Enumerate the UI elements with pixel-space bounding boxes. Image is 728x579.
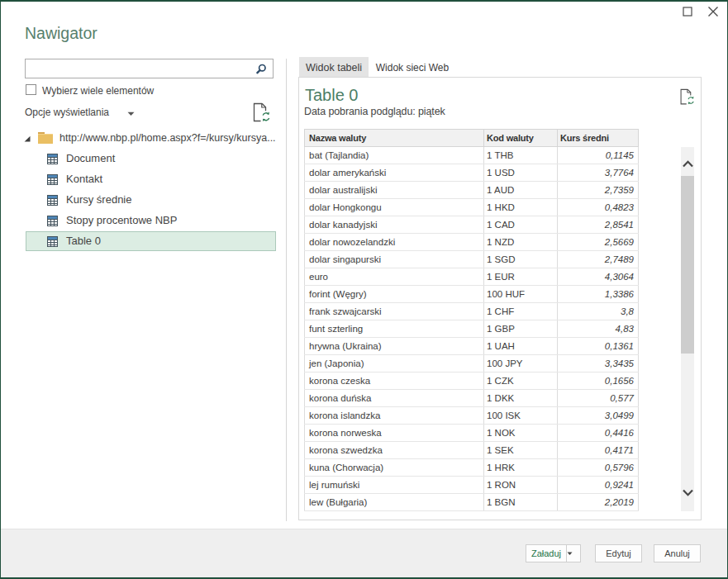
cell-code: 1 GBP (484, 320, 558, 338)
table-row: dolar australijski 1 AUD 2,7359 (305, 182, 639, 199)
load-dropdown-button[interactable] (566, 544, 581, 562)
cell-name: korona norweska (305, 425, 484, 442)
chevron-down-icon (127, 112, 135, 116)
cell-name: bat (Tajlandia) (305, 147, 484, 164)
tree-root-row[interactable]: http://www.nbp.pl/home.aspx?f=/kursy/kur… (0, 128, 286, 149)
cell-code: 1 THB (484, 147, 558, 164)
search-input[interactable] (27, 60, 250, 77)
display-options-dropdown[interactable]: Opcje wyświetlania (25, 107, 140, 119)
table-row: lej rumuński 1 RON 0,9241 (305, 477, 639, 494)
table-row: hrywna (Ukraina) 1 UAH 0,1361 (305, 338, 639, 355)
tree-item-label: Document (66, 149, 115, 168)
table-row: jen (Japonia) 100 JPY 3,3435 (305, 355, 639, 373)
cell-name: euro (305, 268, 484, 286)
cell-name: forint (Węgry) (305, 286, 484, 303)
scroll-down-icon[interactable] (683, 489, 693, 496)
refresh-preview-icon[interactable] (252, 102, 272, 123)
cell-code: 1 SGD (484, 251, 558, 268)
tree-item-selection (26, 149, 276, 168)
table-row: kuna (Chorwacja) 1 HRK 0,5796 (305, 459, 639, 477)
close-icon (707, 6, 719, 17)
tree-expander-icon[interactable] (24, 135, 31, 142)
cell-code: 1 CHF (484, 303, 558, 320)
tree-item[interactable]: Kontakt (0, 169, 286, 190)
cell-name: dolar kanadyjski (305, 216, 484, 234)
cell-name: dolar nowozelandzki (305, 234, 484, 251)
cell-rate: 3,8 (558, 303, 639, 320)
cell-code: 100 JPY (484, 355, 558, 373)
select-many-checkbox[interactable] (26, 84, 36, 95)
cell-rate: 0,1145 (558, 147, 639, 164)
edit-button[interactable]: Edytuj (595, 544, 642, 562)
cell-rate: 4,83 (558, 320, 639, 338)
cell-code: 1 AUD (484, 182, 558, 199)
cell-rate: 3,0499 (558, 407, 639, 425)
cell-name: dolar singapurski (305, 251, 484, 268)
scrollbar-thumb[interactable] (681, 176, 694, 354)
table-icon (47, 195, 58, 206)
cell-name: dolar australijski (305, 182, 484, 199)
cell-rate: 0,9241 (558, 477, 639, 494)
display-options-label: Opcje wyświetlania (25, 107, 109, 118)
cell-code: 1 HKD (484, 199, 558, 216)
chevron-down-icon (567, 552, 573, 556)
tree-item-label: Kursy średnie (66, 190, 131, 210)
tree-item-selection (26, 190, 276, 210)
cell-rate: 0,4823 (558, 199, 639, 216)
table-row: lew (Bułgaria) 1 BGN 2,2019 (305, 494, 639, 511)
select-many-row[interactable]: Wybierz wiele elementów (26, 84, 191, 97)
table-row: bat (Tajlandia) 1 THB 0,1145 (305, 147, 639, 164)
table-row: funt szterling 1 GBP 4,83 (305, 320, 639, 338)
tree-item[interactable]: Kursy średnie (0, 190, 286, 211)
cell-code: 1 UAH (484, 338, 558, 355)
col-header-name: Nazwa waluty (305, 130, 484, 147)
table-row: korona szwedzka 1 SEK 0,4171 (305, 442, 639, 459)
tree-item[interactable]: Document (0, 149, 286, 169)
cell-name: dolar Hongkongu (305, 199, 484, 216)
cell-code: 1 NOK (484, 425, 558, 442)
cell-rate: 2,7489 (558, 251, 639, 268)
cell-rate: 2,8541 (558, 216, 639, 234)
cell-name: kuna (Chorwacja) (305, 459, 484, 477)
scroll-up-icon[interactable] (683, 160, 693, 168)
cell-rate: 2,5669 (558, 234, 639, 251)
tree-item-selection (26, 169, 276, 189)
cancel-button[interactable]: Anuluj (654, 544, 701, 562)
tree-item-label: Stopy procentowe NBP (66, 211, 177, 230)
tab-web-view[interactable]: Widok sieci Web (369, 57, 456, 78)
refresh-preview-icon-right[interactable] (679, 88, 696, 106)
select-many-label: Wybierz wiele elementów (42, 85, 154, 97)
navigation-tree: http://www.nbp.pl/home.aspx?f=/kursy/kur… (0, 128, 286, 252)
tab-table-view[interactable]: Widok tabeli (299, 57, 369, 78)
close-button[interactable] (707, 6, 719, 17)
tree-item[interactable]: Stopy procentowe NBP (0, 211, 286, 231)
cell-rate: 0,1656 (558, 373, 639, 390)
tree-item[interactable]: Table 0 (0, 231, 286, 252)
cell-code: 1 BGN (484, 494, 558, 511)
cell-rate: 0,5796 (558, 459, 639, 477)
folder-icon (38, 132, 53, 144)
cell-name: hrywna (Ukraina) (305, 338, 484, 355)
load-button[interactable]: Załaduj (526, 544, 567, 562)
tree-item-label: Kontakt (66, 169, 102, 189)
table-row: dolar Hongkongu 1 HKD 0,4823 (305, 199, 639, 216)
cell-rate: 3,3435 (558, 355, 639, 373)
table-row: dolar nowozelandzki 1 NZD 2,5669 (305, 234, 639, 251)
maximize-button[interactable] (683, 7, 692, 17)
table-row: korona islandzka 100 ISK 3,0499 (305, 407, 639, 425)
cell-code: 100 HUF (484, 286, 558, 303)
preview-title: Table 0 (305, 86, 359, 105)
cell-code: 1 EUR (484, 268, 558, 286)
navigator-dialog: Nawigator Wybierz wiele elementów Opcje … (0, 0, 728, 579)
cell-rate: 4,3064 (558, 268, 639, 286)
tree-item-selection (26, 231, 276, 251)
search-icon[interactable] (255, 63, 268, 76)
search-box (25, 59, 274, 78)
cell-rate: 2,7359 (558, 182, 639, 199)
preview-scrollbar[interactable] (681, 147, 694, 511)
table-row: korona duńska 1 DKK 0,577 (305, 390, 639, 407)
table-icon (47, 174, 58, 185)
table-row: korona norweska 1 NOK 0,4416 (305, 425, 639, 442)
cell-code: 1 CZK (484, 373, 558, 390)
cell-name: dolar amerykański (305, 164, 484, 182)
